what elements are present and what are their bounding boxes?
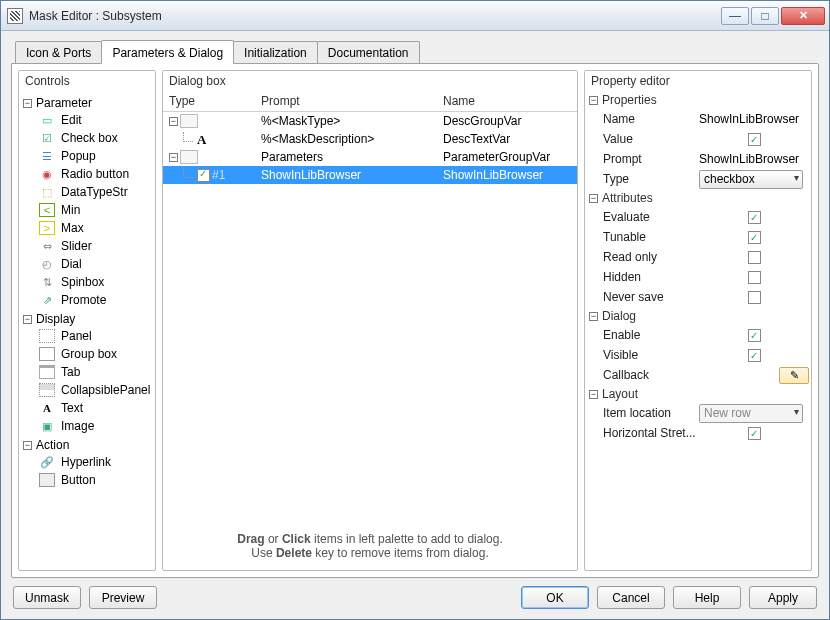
prop-name-value[interactable]: ShowInLibBrowser (699, 112, 809, 126)
prop-hidden-checkbox[interactable] (748, 271, 761, 284)
col-prompt[interactable]: Prompt (261, 94, 443, 108)
expand-icon[interactable]: − (169, 153, 178, 162)
group-parameter-header[interactable]: − Parameter (23, 95, 151, 111)
dialog-row[interactable]: − Parameters ParameterGroupVar (163, 148, 577, 166)
min-icon: < (39, 203, 55, 217)
window-title: Mask Editor : Subsystem (29, 9, 721, 23)
window-buttons: — □ ✕ (721, 7, 825, 25)
ok-button[interactable]: OK (521, 586, 589, 609)
prop-evaluate-checkbox[interactable] (748, 211, 761, 224)
dialog-panel: Dialog box Type Prompt Name − %<MaskType… (162, 70, 578, 571)
control-datatypestr[interactable]: ⬚DataTypeStr (39, 183, 151, 201)
dialog-row-selected[interactable]: #1 ShowInLibBrowser ShowInLibBrowser (163, 166, 577, 184)
control-spinbox[interactable]: ⇅Spinbox (39, 273, 151, 291)
tree-line-icon (183, 168, 193, 178)
datatype-icon: ⬚ (39, 185, 55, 199)
maximize-icon: □ (761, 9, 768, 23)
control-edit[interactable]: ▭Edit (39, 111, 151, 129)
prop-itemlocation-select[interactable]: New row (699, 404, 803, 423)
tab-initialization[interactable]: Initialization (233, 41, 318, 63)
control-groupbox[interactable]: Group box (39, 345, 151, 363)
callback-edit-button[interactable]: ✎ (779, 367, 809, 384)
maximize-button[interactable]: □ (751, 7, 779, 25)
control-tab[interactable]: Tab (39, 363, 151, 381)
prop-prompt-value[interactable]: ShowInLibBrowser (699, 152, 809, 166)
unmask-button[interactable]: Unmask (13, 586, 81, 609)
minimize-icon: — (729, 9, 741, 23)
expand-icon[interactable]: − (169, 117, 178, 126)
prop-hstretch-checkbox[interactable] (748, 427, 761, 440)
control-panel[interactable]: Panel (39, 327, 151, 345)
tab-documentation[interactable]: Documentation (317, 41, 420, 63)
col-name[interactable]: Name (443, 94, 573, 108)
preview-button[interactable]: Preview (89, 586, 157, 609)
control-min[interactable]: <Min (39, 201, 151, 219)
group-action-header[interactable]: − Action (23, 437, 151, 453)
titlebar[interactable]: Mask Editor : Subsystem — □ ✕ (1, 1, 829, 31)
control-popup[interactable]: ☰Popup (39, 147, 151, 165)
close-button[interactable]: ✕ (781, 7, 825, 25)
prop-type-select[interactable]: checkbox (699, 170, 803, 189)
prop-visible-checkbox[interactable] (748, 349, 761, 362)
controls-tree: − Parameter ▭Edit ☑Check box ☰Popup ◉Rad… (19, 91, 155, 570)
dialog-hint: Drag or Click items in left palette to a… (163, 526, 577, 570)
control-radio[interactable]: ◉Radio button (39, 165, 151, 183)
spinbox-icon: ⇅ (39, 275, 55, 289)
tab-icon-ports[interactable]: Icon & Ports (15, 41, 102, 63)
collapse-icon: − (23, 99, 32, 108)
control-image[interactable]: ▣Image (39, 417, 151, 435)
help-button[interactable]: Help (673, 586, 741, 609)
tab-strip: Icon & Ports Parameters & Dialog Initial… (11, 39, 819, 63)
prop-hidden: Hidden (587, 267, 809, 287)
section-layout[interactable]: −Layout (587, 385, 809, 403)
control-dial[interactable]: ◴Dial (39, 255, 151, 273)
prop-value: Value (587, 129, 809, 149)
dialog-row[interactable]: %<MaskDescription> DescTextVar (163, 130, 577, 148)
window: Mask Editor : Subsystem — □ ✕ Icon & Por… (0, 0, 830, 620)
radio-icon: ◉ (39, 167, 55, 181)
collapse-icon: − (589, 312, 598, 321)
minimize-button[interactable]: — (721, 7, 749, 25)
dialog-row[interactable]: − %<MaskType> DescGroupVar (163, 112, 577, 130)
tab-parameters-dialog[interactable]: Parameters & Dialog (101, 40, 234, 64)
group-display-header[interactable]: − Display (23, 311, 151, 327)
prop-tunable: Tunable (587, 227, 809, 247)
collapsible-icon (39, 383, 55, 397)
dialog-columns: Type Prompt Name (163, 91, 577, 112)
text-icon: A (39, 401, 55, 415)
panel-icon (39, 329, 55, 343)
prop-name: NameShowInLibBrowser (587, 109, 809, 129)
control-text[interactable]: AText (39, 399, 151, 417)
prop-prompt: PromptShowInLibBrowser (587, 149, 809, 169)
checkbox-icon: ☑ (39, 131, 55, 145)
prop-neversave-checkbox[interactable] (748, 291, 761, 304)
cancel-button[interactable]: Cancel (597, 586, 665, 609)
apply-button[interactable]: Apply (749, 586, 817, 609)
prop-value-checkbox[interactable] (748, 133, 761, 146)
tree-line-icon (183, 132, 193, 142)
col-type[interactable]: Type (169, 94, 261, 108)
slider-icon: ⇔ (39, 239, 55, 253)
prop-hstretch: Horizontal Stret... (587, 423, 809, 443)
section-dialog[interactable]: −Dialog (587, 307, 809, 325)
control-checkbox[interactable]: ☑Check box (39, 129, 151, 147)
app-icon (7, 8, 23, 24)
prop-readonly: Read only (587, 247, 809, 267)
section-properties[interactable]: −Properties (587, 91, 809, 109)
hyperlink-icon: 🔗 (39, 455, 55, 469)
control-collapsible[interactable]: CollapsiblePanel (39, 381, 151, 399)
dial-icon: ◴ (39, 257, 55, 271)
prop-enable: Enable (587, 325, 809, 345)
client-area: Icon & Ports Parameters & Dialog Initial… (1, 31, 829, 619)
control-slider[interactable]: ⇔Slider (39, 237, 151, 255)
control-button[interactable]: Button (39, 471, 151, 489)
control-max[interactable]: >Max (39, 219, 151, 237)
section-attributes[interactable]: −Attributes (587, 189, 809, 207)
control-promote[interactable]: ⇗Promote (39, 291, 151, 309)
prop-readonly-checkbox[interactable] (748, 251, 761, 264)
prop-enable-checkbox[interactable] (748, 329, 761, 342)
property-header: Property editor (585, 71, 811, 91)
control-hyperlink[interactable]: 🔗Hyperlink (39, 453, 151, 471)
group-display-label: Display (36, 312, 75, 326)
prop-tunable-checkbox[interactable] (748, 231, 761, 244)
